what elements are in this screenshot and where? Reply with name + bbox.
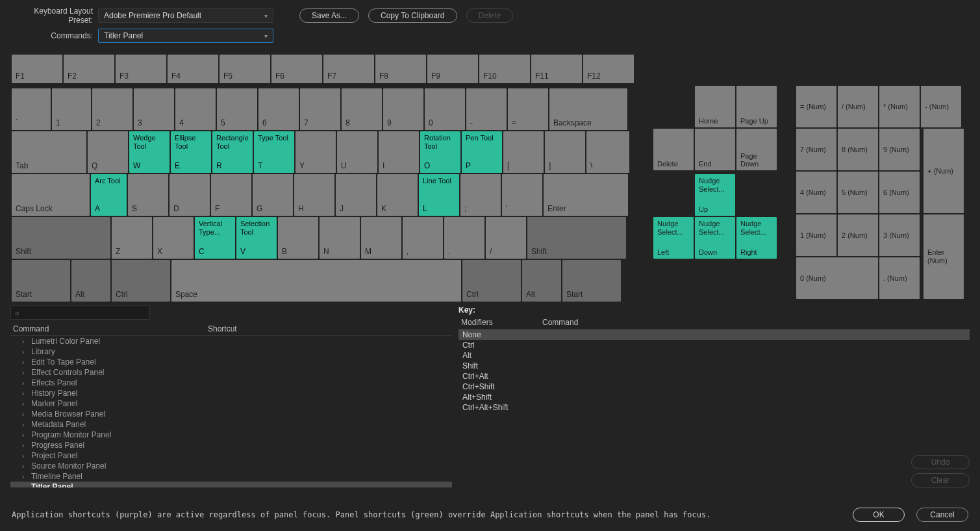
key-f11[interactable]: F11 <box>531 55 582 83</box>
cmd-item-selected[interactable]: ⌄Titler Panel <box>10 482 452 487</box>
key-b[interactable]: B <box>278 217 318 259</box>
modifier-item[interactable]: Alt+Shift <box>459 392 970 402</box>
key-3[interactable]: 3 <box>134 88 174 130</box>
key-start[interactable]: Start <box>562 260 621 302</box>
key-end[interactable]: End <box>695 129 735 170</box>
modifier-item[interactable]: Ctrl+Alt <box>459 371 970 382</box>
key-n[interactable]: N <box>320 217 360 259</box>
col-command2[interactable]: Command <box>540 316 970 329</box>
key--[interactable]: ' <box>502 174 542 216</box>
key-f4[interactable]: F4 <box>168 55 218 83</box>
numkey-7-num-[interactable]: 7 (Num) <box>796 129 836 170</box>
key-f9[interactable]: F9 <box>427 55 478 83</box>
key-f1[interactable]: F1 <box>12 55 62 83</box>
modifier-item[interactable]: Ctrl <box>459 340 970 350</box>
command-list[interactable]: ›Lumetri Color Panel›Library›Edit To Tap… <box>10 336 452 487</box>
key-v[interactable]: Selection ToolV <box>236 217 277 259</box>
numkey--num-[interactable]: . (Num) <box>879 257 920 299</box>
copy-clipboard-button[interactable]: Copy To Clipboard <box>368 8 457 23</box>
key-u[interactable]: U <box>337 131 377 173</box>
numkey--num-[interactable]: / (Num) <box>838 86 878 127</box>
cmd-item[interactable]: ›Marker Panel <box>10 398 452 409</box>
key-h[interactable]: H <box>294 174 334 216</box>
cmd-item[interactable]: ›Progress Panel <box>10 440 452 450</box>
key-y[interactable]: Y <box>295 131 336 173</box>
key-ctrl[interactable]: Ctrl <box>462 260 521 302</box>
key-ctrl[interactable]: Ctrl <box>112 260 170 302</box>
modifier-item[interactable]: Ctrl+Alt+Shift <box>459 402 970 413</box>
cancel-button[interactable]: Cancel <box>916 508 968 522</box>
key-l[interactable]: Line ToolL <box>419 174 459 216</box>
key-f8[interactable]: F8 <box>375 55 426 83</box>
cmd-item[interactable]: ›Timeline Panel <box>10 471 452 482</box>
numkey-3-num-[interactable]: 3 (Num) <box>879 214 920 256</box>
key-7[interactable]: 7 <box>300 88 340 130</box>
key-2[interactable]: 2 <box>92 88 132 130</box>
key-space[interactable]: Space <box>171 260 461 302</box>
key-d[interactable]: D <box>170 174 210 216</box>
cmd-item[interactable]: ›Library <box>10 346 452 357</box>
cmd-item[interactable]: ›Media Browser Panel <box>10 409 452 419</box>
arrow-up-key[interactable]: Nudge Select... Up <box>695 174 735 216</box>
key-0[interactable]: 0 <box>425 88 465 130</box>
numkey-5-num-[interactable]: 5 (Num) <box>838 172 878 213</box>
key-i[interactable]: I <box>379 131 419 173</box>
key-e[interactable]: Ellipse ToolE <box>171 131 211 173</box>
key-x[interactable]: X <box>153 217 194 259</box>
key-z[interactable]: Z <box>112 217 152 259</box>
cmd-item[interactable]: ›Effects Panel <box>10 378 452 388</box>
key-tab[interactable]: Tab <box>12 131 86 173</box>
key--[interactable]: \ <box>586 131 629 173</box>
key-p[interactable]: Pen ToolP <box>462 131 502 173</box>
key-home[interactable]: Home <box>695 86 735 127</box>
cmd-item[interactable]: ›Project Panel <box>10 450 452 461</box>
save-as-button[interactable]: Save As... <box>299 8 359 23</box>
key-m[interactable]: M <box>361 217 401 259</box>
key-g[interactable]: G <box>253 174 293 216</box>
key-f7[interactable]: F7 <box>323 55 374 83</box>
key-q[interactable]: Q <box>88 131 128 173</box>
cmd-item[interactable]: ›Lumetri Color Panel <box>10 336 452 346</box>
key--[interactable]: - <box>466 88 507 130</box>
key-5[interactable]: 5 <box>217 88 257 130</box>
numkey--num-[interactable]: = (Num) <box>796 86 836 127</box>
key-page-up[interactable]: Page Up <box>736 86 777 127</box>
cmd-item[interactable]: ›Program Monitor Panel <box>10 430 452 440</box>
numkey--num-[interactable]: - (Num) <box>921 86 961 127</box>
numpad-plus-key[interactable]: + (Num) <box>923 129 964 213</box>
key-delete[interactable]: Delete <box>653 129 694 170</box>
key-6[interactable]: 6 <box>258 88 299 130</box>
numkey-2-num-[interactable]: 2 (Num) <box>838 214 878 256</box>
key--[interactable]: ` <box>12 88 51 130</box>
arrow-left-key[interactable]: Nudge Select... Left <box>653 217 694 259</box>
key--[interactable]: . <box>444 217 484 259</box>
key-s[interactable]: S <box>128 174 168 216</box>
arrow-right-key[interactable]: Nudge Select... Right <box>736 217 777 259</box>
key-4[interactable]: 4 <box>175 88 216 130</box>
key-a[interactable]: Arc ToolA <box>91 174 127 216</box>
key-f6[interactable]: F6 <box>271 55 322 83</box>
key-backspace[interactable]: Backspace <box>549 88 627 130</box>
key-9[interactable]: 9 <box>383 88 423 130</box>
cmd-item[interactable]: ›History Panel <box>10 388 452 398</box>
key-caps-lock[interactable]: Caps Lock <box>12 174 90 216</box>
modifier-list[interactable]: NoneCtrlAltShiftCtrl+AltCtrl+ShiftAlt+Sh… <box>459 330 970 487</box>
ok-button[interactable]: OK <box>853 508 905 522</box>
numkey-8-num-[interactable]: 8 (Num) <box>838 129 878 170</box>
search-input[interactable]: ⌕ <box>10 305 150 320</box>
key-enter[interactable]: Enter <box>544 174 628 216</box>
key-1[interactable]: 1 <box>52 88 91 130</box>
key-k[interactable]: K <box>377 174 418 216</box>
col-modifiers[interactable]: Modifiers <box>459 316 540 329</box>
key--[interactable]: ] <box>545 131 585 173</box>
key-f2[interactable]: F2 <box>64 55 114 83</box>
key-f[interactable]: F <box>211 174 251 216</box>
key-c[interactable]: Vertical Type...C <box>195 217 235 259</box>
numpad-enter-key[interactable]: Enter (Num) <box>923 214 964 299</box>
key-j[interactable]: J <box>336 174 376 216</box>
numkey-1-num-[interactable]: 1 (Num) <box>796 214 836 256</box>
key-o[interactable]: Rotation ToolO <box>420 131 460 173</box>
key-w[interactable]: Wedge ToolW <box>129 131 170 173</box>
key-f10[interactable]: F10 <box>479 55 530 83</box>
cmd-item[interactable]: ›Metadata Panel <box>10 419 452 430</box>
